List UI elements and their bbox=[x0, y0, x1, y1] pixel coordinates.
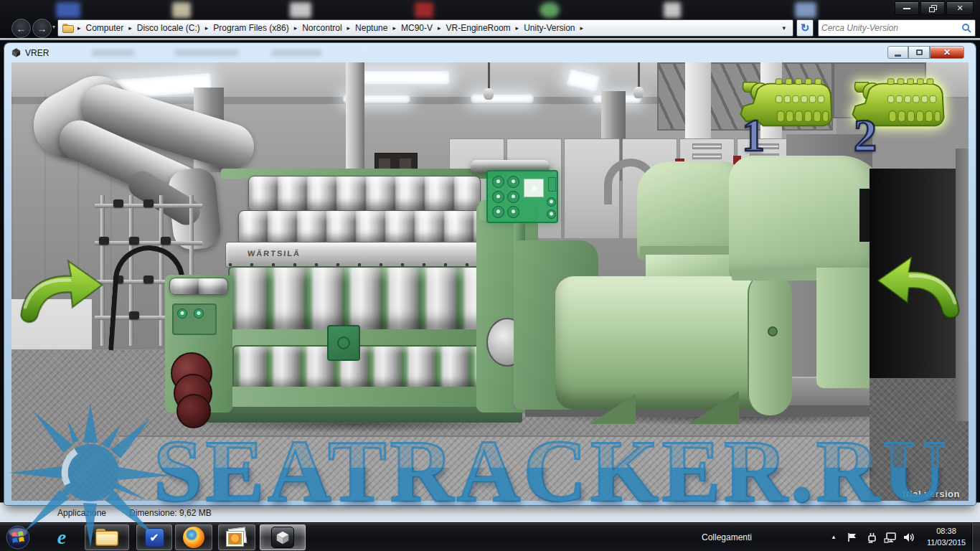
folder-icon bbox=[95, 529, 118, 546]
search-input[interactable] bbox=[821, 21, 958, 35]
desktop-icon bbox=[795, 2, 816, 18]
address-history-dropdown[interactable]: ▾ bbox=[782, 24, 788, 32]
vrer-minimize-button[interactable] bbox=[887, 46, 908, 59]
breadcrumb-separator: ▸ bbox=[436, 24, 443, 32]
breadcrumb-separator: ▸ bbox=[514, 24, 521, 32]
clock-time: 08:38 bbox=[924, 526, 969, 537]
engine-front-panel bbox=[172, 303, 217, 335]
breadcrumb-item-computer[interactable]: Computer bbox=[83, 23, 128, 33]
engine-1-selector[interactable]: 1 bbox=[735, 72, 842, 162]
unity-icon bbox=[271, 527, 294, 548]
engine-block-band bbox=[224, 329, 504, 347]
taskbar-photo-viewer[interactable] bbox=[218, 524, 255, 550]
engine-rocker-covers-row1 bbox=[248, 176, 481, 212]
vrer-maximize-button[interactable] bbox=[908, 46, 930, 59]
refresh-button[interactable]: ↻ bbox=[796, 19, 814, 37]
breadcrumb-item-neptune[interactable]: Neptune bbox=[352, 23, 391, 33]
breadcrumb-item-program-files[interactable]: Program Files (x86) bbox=[209, 23, 292, 33]
engine-green-plate bbox=[327, 325, 360, 361]
firefox-icon bbox=[183, 527, 204, 548]
refresh-icon: ↻ bbox=[801, 22, 810, 34]
checkmark-icon: ✔ bbox=[145, 528, 164, 547]
breadcrumb-item-disco-locale[interactable]: Disco locale (C:) bbox=[133, 23, 204, 33]
vrer-title-bar[interactable]: VRER bbox=[4, 43, 976, 62]
folder-icon bbox=[62, 24, 75, 33]
close-icon: ✕ bbox=[956, 4, 963, 13]
search-icon[interactable] bbox=[961, 23, 971, 33]
explorer-restore-button[interactable] bbox=[920, 1, 945, 15]
unity-app-icon bbox=[11, 47, 22, 58]
pendant-rod bbox=[488, 62, 490, 90]
breadcrumb-item-unity-version[interactable]: Unity-Version bbox=[520, 23, 578, 33]
engine-room-3d-view[interactable]: WÄRTSILÄ bbox=[11, 62, 969, 501]
explorer-content-edge bbox=[0, 38, 980, 40]
minimize-icon bbox=[903, 8, 910, 9]
taskbar-firefox[interactable] bbox=[175, 524, 212, 550]
explorer-window-chrome: ✕ ← → ▾ ▸ Computer ▸ Disco locale (C:) ▸… bbox=[0, 0, 980, 42]
back-arrow-icon: ← bbox=[17, 23, 27, 34]
start-button[interactable] bbox=[1, 523, 34, 551]
show-hidden-icons-button[interactable]: ▴ bbox=[828, 533, 839, 540]
tray-toolbar-label[interactable]: Collegamenti bbox=[702, 532, 752, 542]
minimize-icon bbox=[895, 55, 901, 57]
breadcrumb-item-mc90v[interactable]: MC90-V bbox=[397, 23, 436, 33]
explorer-minimize-button[interactable] bbox=[895, 1, 919, 15]
volume-icon[interactable] bbox=[903, 531, 915, 544]
engine-crankcase-covers bbox=[232, 345, 502, 390]
panel-display bbox=[524, 179, 544, 197]
breadcrumb-item-norcontrol[interactable]: Norcontrol bbox=[298, 23, 345, 33]
engine-instrument-panel[interactable] bbox=[486, 170, 558, 223]
vertical-pipe bbox=[346, 62, 364, 174]
back-button[interactable]: ← bbox=[11, 19, 31, 38]
background-smudge bbox=[92, 50, 135, 56]
show-desktop-button[interactable] bbox=[971, 523, 980, 551]
valve-handle bbox=[129, 237, 139, 245]
ceiling-light bbox=[471, 93, 534, 103]
vrer-close-button[interactable]: ✕ bbox=[930, 46, 964, 59]
windows-start-icon bbox=[6, 525, 30, 550]
restore-icon bbox=[929, 5, 937, 12]
breadcrumb-separator: ▸ bbox=[76, 24, 83, 32]
forward-button[interactable]: → bbox=[32, 19, 52, 38]
pendant-lamp bbox=[484, 88, 494, 100]
taskbar: e ✔ bbox=[0, 522, 980, 551]
breadcrumb-item-vr-engineroom[interactable]: VR-EngineRoom bbox=[443, 23, 514, 33]
explorer-close-button[interactable]: ✕ bbox=[946, 1, 974, 15]
internet-explorer-icon: e bbox=[57, 526, 66, 549]
network-icon[interactable] bbox=[884, 531, 897, 544]
recent-pages-dropdown[interactable]: ▾ bbox=[52, 24, 55, 30]
engine-brand-label: WÄRTSILÄ bbox=[248, 249, 301, 258]
rotate-right-arrow[interactable] bbox=[872, 248, 967, 328]
vent-grille bbox=[692, 143, 722, 149]
valve-handle bbox=[161, 237, 171, 245]
taskbar-unity-vrer[interactable] bbox=[260, 524, 306, 550]
desktop-screen: ✕ ← → ▾ ▸ Computer ▸ Disco locale (C:) ▸… bbox=[0, 0, 980, 551]
rotate-left-arrow[interactable] bbox=[13, 253, 108, 331]
panel-switch bbox=[548, 177, 556, 192]
engine-front-caps bbox=[169, 278, 228, 295]
breadcrumb-separator: ▸ bbox=[391, 24, 397, 32]
engine-2-number: 2 bbox=[854, 113, 877, 159]
ceiling-light bbox=[357, 70, 451, 85]
desktop-icon bbox=[172, 2, 191, 18]
status-file-type: Applicazione bbox=[57, 508, 106, 518]
floor-walkway bbox=[119, 435, 872, 501]
breadcrumb-separator: ▸ bbox=[127, 24, 133, 32]
engine-2-selector[interactable]: 2 bbox=[847, 72, 954, 162]
desktop-icon bbox=[56, 2, 80, 18]
desktop-icon bbox=[290, 2, 311, 18]
pendant-lamp bbox=[633, 87, 644, 98]
address-bar[interactable]: ▸ Computer ▸ Disco locale (C:) ▸ Program… bbox=[57, 19, 793, 37]
taskbar-windows-explorer[interactable] bbox=[85, 524, 129, 550]
breadcrumb-separator: ▸ bbox=[204, 24, 210, 32]
taskbar-check-app[interactable]: ✔ bbox=[136, 524, 172, 550]
engine-rocker-covers-row2 bbox=[238, 210, 488, 245]
photo-viewer-icon bbox=[226, 528, 248, 547]
taskbar-internet-explorer[interactable]: e bbox=[43, 524, 80, 550]
generator-end-cap bbox=[748, 272, 792, 415]
trial-version-label: trial version bbox=[903, 489, 960, 499]
power-plug-icon[interactable] bbox=[865, 531, 878, 544]
desktop-icon bbox=[540, 2, 560, 18]
action-center-flag-icon[interactable] bbox=[847, 532, 858, 543]
tray-clock[interactable]: 08:38 11/03/2015 bbox=[924, 526, 969, 549]
